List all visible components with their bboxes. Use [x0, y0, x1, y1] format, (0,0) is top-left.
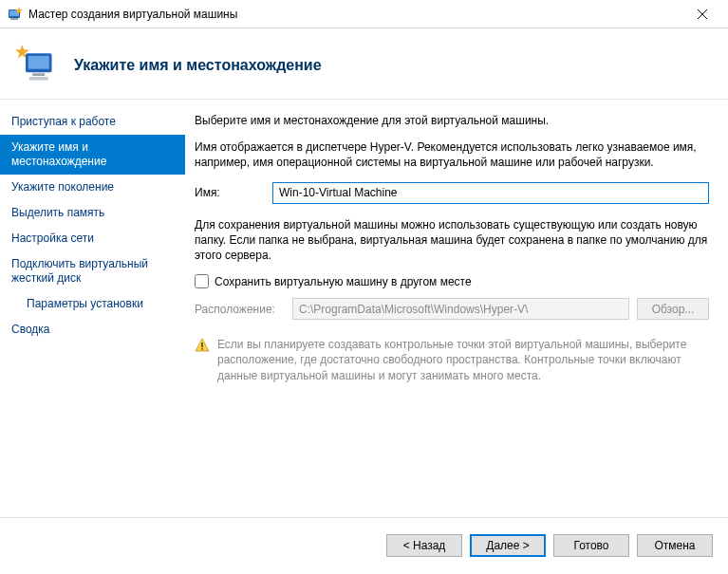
sidebar-item-summary[interactable]: Сводка [0, 317, 185, 343]
diff-location-row: Сохранить виртуальную машину в другом ме… [195, 274, 709, 288]
sidebar-item-install-options[interactable]: Параметры установки [0, 291, 185, 317]
location-input [292, 298, 629, 320]
sidebar-item-start[interactable]: Приступая к работе [0, 109, 185, 135]
window-title: Мастер создания виртуальной машины [28, 8, 237, 21]
cancel-button[interactable]: Отмена [637, 534, 713, 557]
svg-rect-13 [201, 348, 203, 350]
wizard-small-icon [8, 7, 23, 22]
diff-location-checkbox[interactable] [195, 274, 209, 288]
desc-text: Имя отображается в диспетчере Hyper-V. Р… [195, 139, 709, 170]
body: Приступая к работе Укажите имя и местона… [0, 100, 728, 517]
finish-button[interactable]: Готово [553, 534, 629, 557]
intro-text: Выберите имя и местонахождение для этой … [195, 113, 709, 128]
vm-name-input[interactable] [272, 182, 709, 204]
close-icon [698, 9, 707, 19]
name-label: Имя: [195, 186, 272, 199]
sidebar: Приступая к работе Укажите имя и местона… [0, 100, 185, 517]
footer: < Назад Далее > Готово Отмена [0, 517, 728, 572]
svg-rect-10 [29, 77, 48, 81]
sidebar-item-disk[interactable]: Подключить виртуальный жесткий диск [0, 251, 185, 291]
warning-text: Если вы планируете создавать контрольные… [217, 337, 709, 383]
header: Укажите имя и местонахождение [0, 28, 728, 100]
warning-icon [195, 338, 210, 353]
diff-location-label: Сохранить виртуальную машину в другом ме… [215, 275, 472, 288]
svg-rect-12 [201, 343, 203, 347]
storage-desc-text: Для сохранения виртуальной машины можно … [195, 217, 709, 264]
sidebar-item-name-location[interactable]: Укажите имя и местонахождение [0, 135, 185, 175]
svg-rect-8 [28, 56, 49, 69]
location-label: Расположение: [195, 303, 285, 316]
sidebar-item-generation[interactable]: Укажите поколение [0, 175, 185, 200]
close-button[interactable] [681, 1, 724, 28]
next-button[interactable]: Далее > [470, 534, 546, 557]
wizard-large-icon [15, 45, 57, 86]
sidebar-item-memory[interactable]: Выделить память [0, 200, 185, 226]
titlebar: Мастер создания виртуальной машины [0, 0, 728, 28]
back-button[interactable]: < Назад [386, 534, 462, 557]
page-title: Укажите имя и местонахождение [74, 57, 322, 74]
content-panel: Выберите имя и местонахождение для этой … [185, 100, 728, 517]
name-row: Имя: [195, 182, 709, 204]
location-row: Расположение: Обзор... [195, 298, 709, 320]
browse-button: Обзор... [637, 298, 709, 320]
svg-rect-2 [10, 18, 18, 20]
svg-rect-9 [32, 73, 45, 76]
sidebar-item-network[interactable]: Настройка сети [0, 226, 185, 251]
warning-row: Если вы планируете создавать контрольные… [195, 337, 709, 383]
